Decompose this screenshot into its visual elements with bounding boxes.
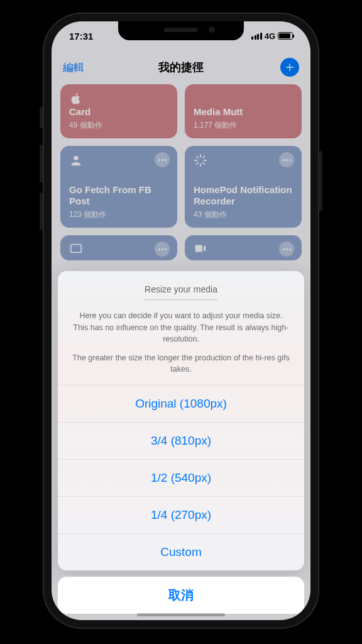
battery-icon <box>278 32 293 40</box>
status-time: 17:31 <box>69 31 93 42</box>
action-sheet-card: Resize your media Here you can decide if… <box>58 271 304 570</box>
cancel-button[interactable]: 取消 <box>58 577 304 614</box>
phone-frame: 17:31 4G 編輯 我的捷徑 Card 49 個動作 Media Mutt … <box>43 13 319 629</box>
sheet-desc: Here you can decide if you want to adjus… <box>72 310 290 344</box>
option-original[interactable]: Original (1080px) <box>58 385 304 422</box>
option-half[interactable]: 1/2 (540px) <box>58 459 304 496</box>
sheet-desc: The greater the size the longer the prod… <box>72 352 290 375</box>
mute-switch <box>40 107 43 128</box>
notch <box>118 21 244 40</box>
option-custom[interactable]: Custom <box>58 533 304 570</box>
sheet-title: Resize your media <box>145 284 217 300</box>
action-sheet: Resize your media Here you can decide if… <box>58 271 304 614</box>
home-indicator[interactable] <box>137 613 225 616</box>
screen: 17:31 4G 編輯 我的捷徑 Card 49 個動作 Media Mutt … <box>52 21 310 620</box>
option-quarter[interactable]: 1/4 (270px) <box>58 496 304 533</box>
cellular-bars-icon <box>251 33 262 40</box>
network-label: 4G <box>265 31 275 41</box>
volume-down <box>40 192 43 230</box>
option-three-quarter[interactable]: 3/4 (810px) <box>58 422 304 459</box>
volume-up <box>40 145 43 182</box>
power-button <box>319 151 322 211</box>
